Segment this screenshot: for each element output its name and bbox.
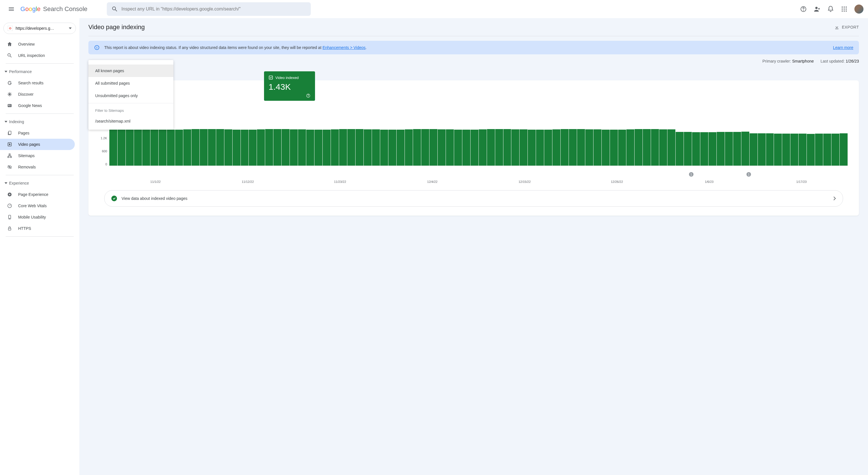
chart-bar bbox=[593, 129, 601, 166]
sidebar-item-pages[interactable]: Pages bbox=[0, 127, 75, 139]
chart-bar bbox=[364, 129, 372, 166]
metric-help-button[interactable] bbox=[269, 93, 310, 98]
chart-bar bbox=[651, 129, 659, 166]
chart-bar bbox=[512, 129, 519, 166]
enhancements-videos-link[interactable]: Enhancements > Videos bbox=[322, 45, 366, 50]
chart-bar bbox=[552, 129, 560, 166]
account-avatar[interactable] bbox=[855, 4, 864, 13]
google-g-icon bbox=[7, 80, 12, 86]
view-data-row[interactable]: View data about indexed video pages bbox=[104, 190, 843, 207]
sidebar-section-experience[interactable]: Experience bbox=[0, 177, 79, 189]
chart-bar bbox=[134, 129, 142, 166]
help-icon bbox=[800, 6, 807, 12]
metric-value: 1.43K bbox=[269, 82, 310, 92]
metric-label: Video indexed bbox=[269, 75, 310, 80]
sidebar-item-label: Sitemaps bbox=[18, 154, 35, 158]
sidebar-item-discover[interactable]: Discover bbox=[0, 89, 75, 100]
main-content: Video page indexing EXPORT This report i… bbox=[79, 18, 868, 475]
help-button[interactable] bbox=[798, 3, 809, 15]
apps-button[interactable] bbox=[839, 3, 850, 15]
search-input[interactable] bbox=[122, 6, 306, 11]
chart-bar bbox=[840, 133, 847, 166]
chart-bar bbox=[372, 129, 380, 166]
sidebar-item-video-pages[interactable]: Video pages bbox=[0, 139, 75, 150]
sidebar-item-mobile-usability[interactable]: Mobile Usability bbox=[0, 211, 75, 223]
sidebar-item-page-experience[interactable]: Page Experience bbox=[0, 189, 75, 200]
sidebar-section-indexing[interactable]: Indexing bbox=[0, 116, 79, 127]
svg-rect-22 bbox=[8, 157, 9, 158]
pages-icon bbox=[7, 131, 12, 136]
dropdown-divider bbox=[88, 103, 174, 103]
info-banner: This report is about video indexing stat… bbox=[88, 41, 859, 54]
chart-bar bbox=[118, 129, 125, 166]
chart: Video pages 1.8K 1.2K 600 0 1 1 bbox=[95, 118, 852, 183]
url-inspection-search[interactable] bbox=[107, 2, 311, 16]
export-label: EXPORT bbox=[842, 25, 859, 29]
sidebar-item-label: Page Experience bbox=[18, 192, 49, 197]
chart-bar bbox=[569, 129, 577, 166]
chart-bar bbox=[479, 129, 487, 166]
notifications-button[interactable] bbox=[825, 3, 836, 15]
svg-rect-17 bbox=[10, 105, 11, 106]
sidebar-item-label: Overview bbox=[18, 42, 35, 46]
chart-bar bbox=[774, 134, 782, 166]
sidebar-item-core-web-vitals[interactable]: Core Web Vitals bbox=[0, 200, 75, 211]
plus-circle-icon bbox=[7, 192, 12, 197]
chart-bar bbox=[610, 130, 618, 166]
hamburger-icon bbox=[8, 6, 15, 12]
chart-bar bbox=[413, 129, 421, 166]
dropdown-item-all-submitted[interactable]: All submitted pages bbox=[88, 77, 174, 90]
hamburger-menu-button[interactable] bbox=[4, 2, 18, 16]
sidebar-item-removals[interactable]: Removals bbox=[0, 161, 75, 173]
search-icon bbox=[111, 6, 118, 12]
chart-bar bbox=[725, 132, 733, 166]
chart-bar bbox=[823, 134, 831, 166]
chart-bar bbox=[175, 130, 183, 166]
sidebar-item-overview[interactable]: Overview bbox=[0, 38, 75, 50]
svg-point-5 bbox=[844, 6, 845, 8]
svg-rect-19 bbox=[8, 131, 11, 134]
chart-bar bbox=[323, 130, 331, 166]
chart-bar bbox=[520, 129, 527, 166]
svg-point-2 bbox=[803, 10, 804, 11]
chart-bar bbox=[832, 134, 839, 166]
chart-bar bbox=[709, 132, 716, 166]
home-icon bbox=[7, 41, 12, 47]
sidebar-item-https[interactable]: HTTPS bbox=[0, 223, 75, 234]
sidebar-section-performance[interactable]: Performance bbox=[0, 66, 79, 77]
add-user-button[interactable] bbox=[811, 3, 823, 15]
property-selector[interactable]: https://developers.g… bbox=[3, 23, 76, 34]
primary-crawler: Primary crawler: Smartphone bbox=[762, 59, 814, 63]
learn-more-link[interactable]: Learn more bbox=[833, 45, 853, 50]
chart-bar bbox=[462, 130, 470, 166]
chart-bar bbox=[380, 130, 388, 166]
chart-bar bbox=[668, 129, 675, 166]
header-actions bbox=[798, 3, 864, 15]
export-button[interactable]: EXPORT bbox=[834, 24, 859, 30]
sidebar-item-sitemaps[interactable]: Sitemaps bbox=[0, 150, 75, 161]
chart-bar bbox=[692, 132, 700, 166]
dropdown-item-all-known[interactable]: All known pages bbox=[88, 65, 174, 77]
dropdown-item-sitemap[interactable]: /search/sitemap.xml bbox=[88, 115, 174, 127]
chart-bar bbox=[438, 129, 445, 166]
svg-rect-21 bbox=[9, 154, 10, 155]
chart-bar bbox=[618, 130, 626, 166]
metric-tile-video-indexed[interactable]: Video indexed 1.43K bbox=[264, 71, 315, 101]
dropdown-item-unsubmitted[interactable]: Unsubmitted pages only bbox=[88, 90, 174, 102]
sidebar-item-search-results[interactable]: Search results bbox=[0, 77, 75, 89]
nav-divider bbox=[6, 113, 74, 114]
chart-bar bbox=[191, 129, 199, 166]
chart-bar bbox=[799, 134, 807, 166]
sidebar-item-url-inspection[interactable]: URL inspection bbox=[0, 50, 75, 61]
chart-event-marker-2[interactable]: 1 bbox=[746, 172, 751, 177]
chart-event-marker-1[interactable]: 1 bbox=[689, 172, 693, 177]
chart-y-axis: 1.8K 1.2K 600 0 bbox=[100, 124, 110, 166]
sidebar-item-google-news[interactable]: Google News bbox=[0, 100, 75, 111]
chart-bar bbox=[790, 134, 798, 166]
check-circle-icon bbox=[111, 196, 117, 201]
lock-icon bbox=[7, 226, 12, 231]
chart-bar bbox=[782, 134, 790, 166]
chart-bar bbox=[577, 129, 585, 166]
page-header: Video page indexing EXPORT bbox=[88, 18, 859, 36]
page-title: Video page indexing bbox=[88, 24, 145, 31]
